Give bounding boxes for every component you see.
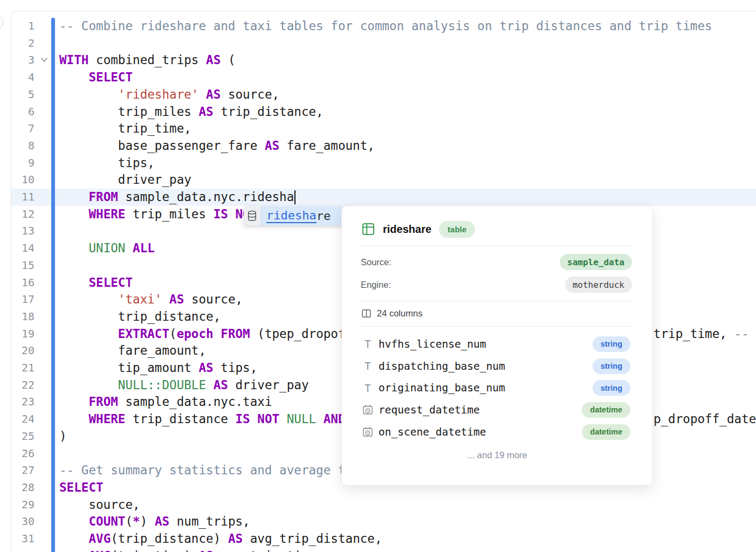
line-number: 21 bbox=[13, 360, 35, 377]
line-number: 16 bbox=[13, 274, 35, 292]
code-text: 'rideshare' AS source, bbox=[59, 86, 279, 104]
column-row[interactable]: Toriginating_base_numstring bbox=[362, 377, 630, 399]
line-number: 18 bbox=[13, 308, 35, 326]
engine-row: Engine: motherduck bbox=[361, 276, 632, 293]
autocomplete-popup[interactable]: rideshare bbox=[244, 206, 344, 225]
line-number: 4 bbox=[13, 69, 35, 86]
line-number: 29 bbox=[13, 496, 35, 514]
column-row[interactable]: Thvfhs_license_numstring bbox=[362, 333, 630, 355]
line-number: 23 bbox=[13, 394, 35, 411]
engine-value-pill: motherduck bbox=[565, 277, 632, 293]
line-number: 14 bbox=[13, 240, 35, 257]
modified-lines-indicator bbox=[51, 18, 55, 552]
table-info-header: rideshare table bbox=[362, 219, 633, 239]
column-name: dispatching_base_num bbox=[379, 360, 593, 372]
columns-count-row: 24 columns bbox=[362, 305, 422, 322]
column-type-badge: string bbox=[593, 336, 630, 352]
code-text: base_passenger_fare AS fare_amount, bbox=[59, 137, 375, 155]
code-line[interactable]: 3WITH combined_trips AS ( bbox=[11, 52, 756, 69]
code-line[interactable]: 8 base_passenger_fare AS fare_amount, bbox=[11, 137, 756, 155]
code-line[interactable]: 10 driver_pay bbox=[11, 171, 756, 189]
code-text: FROM sample_data.nyc.taxi bbox=[59, 394, 272, 411]
column-row[interactable]: Tdispatching_base_numstring bbox=[362, 355, 630, 377]
line-number: 24 bbox=[13, 411, 35, 428]
line-number: 20 bbox=[13, 342, 35, 360]
line-number: 28 bbox=[13, 479, 35, 496]
code-line[interactable]: 32 AVG(trip_time) AS avg_trip_time, bbox=[11, 548, 756, 552]
collapsed-handle[interactable] bbox=[0, 16, 3, 30]
column-type-badge: datetime bbox=[582, 402, 630, 418]
line-number: 11 bbox=[13, 189, 35, 206]
suggestion-matched-text: ridesha bbox=[266, 209, 317, 223]
columns-count-label: 24 columns bbox=[377, 308, 422, 319]
code-text: source, bbox=[59, 496, 140, 514]
line-number: 9 bbox=[13, 155, 35, 172]
column-type-badge: string bbox=[593, 380, 630, 396]
line-number: 7 bbox=[13, 120, 35, 137]
code-text: driver_pay bbox=[59, 171, 191, 189]
code-text: SELECT bbox=[59, 479, 104, 496]
column-row[interactable]: on_scene_datetimedatetime bbox=[362, 421, 630, 443]
database-icon bbox=[244, 206, 260, 225]
source-row: Source: sample_data bbox=[361, 253, 632, 271]
divider bbox=[361, 326, 633, 327]
code-line[interactable]: 1-- Combine rideshare and taxi tables fo… bbox=[11, 18, 756, 35]
code-line[interactable]: 5 'rideshare' AS source, bbox=[11, 86, 756, 104]
line-number: 13 bbox=[13, 223, 35, 240]
suggestion-item-rideshare[interactable]: rideshare bbox=[260, 206, 344, 225]
line-number: 3 bbox=[13, 52, 35, 69]
column-name: on_scene_datetime bbox=[379, 426, 582, 438]
fold-chevron-icon[interactable] bbox=[39, 55, 49, 65]
text-cursor bbox=[294, 190, 295, 204]
calendar-clock-icon bbox=[362, 404, 374, 415]
code-text: tips, bbox=[59, 155, 155, 172]
code-text: -- Combine rideshare and taxi tables for… bbox=[59, 18, 712, 35]
line-number: 22 bbox=[13, 377, 35, 394]
code-text: trip_distance, bbox=[59, 308, 221, 326]
column-name: hvfhs_license_num bbox=[379, 338, 593, 350]
line-number: 5 bbox=[13, 86, 35, 104]
column-row[interactable]: request_datetimedatetime bbox=[362, 399, 630, 421]
code-line[interactable]: 4 SELECT bbox=[11, 69, 756, 86]
code-line[interactable]: 31 AVG(trip_distance) AS avg_trip_distan… bbox=[11, 530, 756, 548]
line-number: 6 bbox=[13, 104, 35, 121]
code-line[interactable]: 6 trip_miles AS trip_distance, bbox=[11, 104, 756, 121]
code-line[interactable]: 7 trip_time, bbox=[11, 120, 756, 137]
code-text: 'taxi' AS source, bbox=[59, 291, 243, 308]
code-line[interactable]: 30 COUNT(*) AS num_trips, bbox=[11, 513, 756, 530]
code-text: AVG(trip_time) AS avg_trip_time, bbox=[59, 548, 324, 552]
divider bbox=[361, 246, 633, 246]
line-number: 32 bbox=[13, 548, 35, 552]
code-text: trip_miles AS trip_distance, bbox=[59, 104, 324, 121]
line-number: 1 bbox=[13, 18, 35, 35]
line-number: 8 bbox=[13, 137, 35, 155]
line-number: 15 bbox=[13, 257, 35, 274]
code-line[interactable]: 9 tips, bbox=[11, 155, 756, 172]
table-icon bbox=[362, 223, 375, 236]
code-text: SELECT bbox=[59, 69, 133, 86]
code-line[interactable]: 2 bbox=[11, 35, 756, 52]
line-number: 17 bbox=[13, 291, 35, 308]
line-number: 12 bbox=[13, 206, 35, 223]
code-text: FROM sample_data.nyc.ridesha bbox=[59, 189, 294, 206]
source-label: Source: bbox=[361, 257, 391, 267]
code-text: trip_time, bbox=[59, 120, 191, 137]
code-text: COUNT(*) AS num_trips, bbox=[59, 513, 250, 530]
column-type-badge: datetime bbox=[582, 424, 630, 440]
code-line[interactable]: 29 source, bbox=[11, 496, 756, 514]
code-text: ) bbox=[59, 428, 67, 445]
column-list: Thvfhs_license_numstringTdispatching_bas… bbox=[362, 333, 630, 443]
line-number: 19 bbox=[13, 326, 35, 343]
line-number: 26 bbox=[13, 445, 35, 463]
columns-icon bbox=[362, 309, 371, 318]
calendar-clock-icon bbox=[362, 426, 374, 437]
line-number: 10 bbox=[13, 171, 35, 189]
sql-editor-screen: 1-- Combine rideshare and taxi tables fo… bbox=[0, 0, 756, 552]
engine-label: Engine: bbox=[361, 280, 391, 290]
column-type-badge: string bbox=[593, 358, 630, 374]
column-name: request_datetime bbox=[379, 404, 582, 416]
code-line[interactable]: 11 FROM sample_data.nyc.ridesha bbox=[11, 189, 756, 206]
suggestion-rest-text: re bbox=[317, 209, 331, 223]
line-number: 31 bbox=[13, 530, 35, 548]
line-number: 25 bbox=[13, 428, 35, 445]
